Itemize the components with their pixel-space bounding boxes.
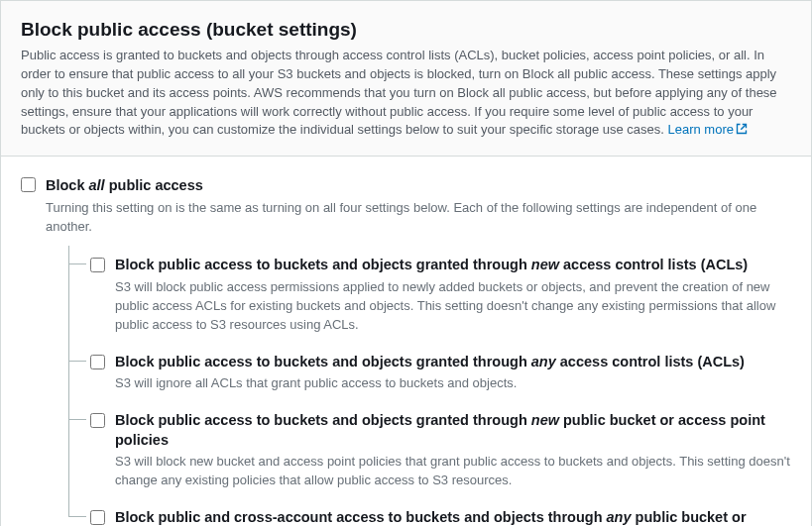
panel-description-text: Public access is granted to buckets and …: [21, 48, 777, 137]
block-all-checkbox[interactable]: [21, 177, 36, 192]
child-checkbox-wrap: [68, 353, 115, 372]
block-any-policies-checkbox[interactable]: [90, 510, 105, 525]
external-link-icon: [736, 122, 748, 134]
panel-header: Block public access (bucket settings) Pu…: [1, 1, 811, 157]
tree-connector-icon: [68, 419, 86, 420]
tree-connector-icon: [68, 516, 86, 517]
block-new-acls-checkbox[interactable]: [90, 258, 105, 272]
block-all-content: Block all public access Turning this set…: [46, 176, 791, 526]
block-new-policies-checkbox[interactable]: [90, 413, 105, 428]
tree-connector-icon: [68, 263, 86, 264]
block-public-access-panel: Block public access (bucket settings) Pu…: [0, 0, 812, 526]
learn-more-link[interactable]: Learn more: [668, 122, 748, 137]
block-any-acls-checkbox[interactable]: [90, 355, 105, 369]
child-checkbox-wrap: [68, 508, 115, 526]
child-checkbox-wrap: [68, 411, 115, 431]
child-checkbox-wrap: [68, 256, 115, 275]
block-any-policies-label: Block public and cross-account access to…: [115, 508, 791, 526]
label-suffix: access control lists (ACLs): [559, 257, 748, 272]
label-em: new: [531, 257, 559, 272]
child-content: Block public access to buckets and objec…: [115, 353, 791, 393]
child-setting-new-policies: Block public access to buckets and objec…: [68, 401, 791, 498]
label-em: any: [531, 354, 556, 369]
block-new-acls-sub: S3 will block public access permissions …: [115, 278, 791, 335]
block-all-label-suffix: public access: [105, 177, 203, 193]
child-content: Block public and cross-account access to…: [115, 508, 791, 526]
label-suffix: access control lists (ACLs): [556, 354, 745, 369]
child-setting-any-policies: Block public and cross-account access to…: [68, 498, 791, 526]
child-settings: Block public access to buckets and objec…: [68, 246, 791, 526]
block-new-policies-label: Block public access to buckets and objec…: [115, 411, 791, 450]
label-prefix: Block public and cross-account access to…: [115, 509, 607, 525]
block-all-label: Block all public access: [46, 176, 791, 196]
child-content: Block public access to buckets and objec…: [115, 411, 791, 490]
label-prefix: Block public access to buckets and objec…: [115, 257, 531, 272]
block-all-label-em: all: [89, 177, 105, 193]
label-em: new: [531, 412, 559, 428]
child-content: Block public access to buckets and objec…: [115, 256, 791, 334]
tree-connector-icon: [68, 361, 86, 362]
block-new-acls-label: Block public access to buckets and objec…: [115, 256, 791, 275]
learn-more-label: Learn more: [668, 122, 734, 137]
panel-description: Public access is granted to buckets and …: [21, 47, 791, 140]
panel-body: Block all public access Turning this set…: [1, 157, 811, 526]
label-prefix: Block public access to buckets and objec…: [115, 354, 531, 369]
panel-title: Block public access (bucket settings): [21, 19, 791, 41]
block-all-setting: Block all public access Turning this set…: [21, 176, 791, 526]
block-new-policies-sub: S3 will block new bucket and access poin…: [115, 453, 791, 490]
child-setting-any-acls: Block public access to buckets and objec…: [68, 343, 791, 401]
label-prefix: Block public access to buckets and objec…: [115, 412, 531, 428]
block-all-checkbox-wrap: [21, 176, 46, 195]
label-em: any: [607, 509, 632, 525]
block-any-acls-label: Block public access to buckets and objec…: [115, 353, 791, 372]
block-all-label-prefix: Block: [46, 177, 89, 193]
child-setting-new-acls: Block public access to buckets and objec…: [68, 246, 791, 342]
block-all-sub: Turning this setting on is the same as t…: [46, 199, 791, 237]
block-any-acls-sub: S3 will ignore all ACLs that grant publi…: [115, 374, 791, 393]
